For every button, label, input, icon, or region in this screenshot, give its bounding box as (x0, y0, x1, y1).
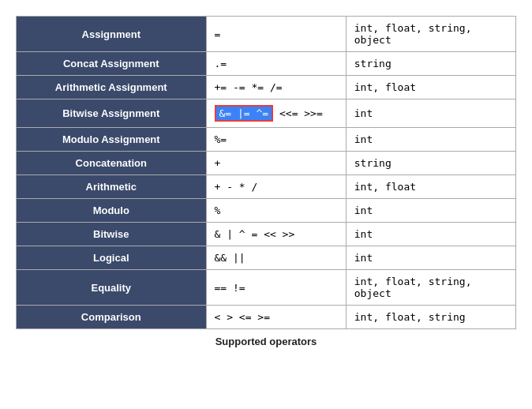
table-row: Modulo Assignment %= int (17, 128, 516, 152)
row-type-arithmetic: int, float (346, 175, 515, 199)
table-row: Comparison < > <= >= int, float, string (17, 306, 516, 329)
row-operator-comparison: < > <= >= (206, 306, 346, 329)
table-row: Equality == != int, float, string, objec… (17, 270, 516, 306)
row-type-equality: int, float, string, object (346, 270, 515, 306)
table-row: Concatenation + string (17, 152, 516, 175)
row-label-concat-assignment: Concat Assignment (17, 52, 207, 76)
row-operator-modulo: % (206, 199, 346, 223)
table-row: Arithmetic + - * / int, float (17, 175, 516, 199)
row-type-assignment: int, float, string, object (346, 17, 515, 52)
highlighted-operators: &= |= ^= (215, 105, 274, 122)
row-operator-concatenation: + (206, 152, 346, 175)
row-label-equality: Equality (17, 270, 207, 306)
row-type-modulo-assignment: int (346, 128, 515, 152)
row-operator-arithmetic: + - * / (206, 175, 346, 199)
row-label-arithmetic-assignment: Arithmetic Assignment (17, 76, 207, 99)
row-label-assignment: Assignment (17, 17, 207, 52)
table-wrapper: Assignment = int, float, string, object … (16, 16, 516, 347)
row-operator-arithmetic-assignment: += -= *= /= (206, 76, 346, 99)
row-type-modulo: int (346, 199, 515, 223)
row-operator-modulo-assignment: %= (206, 128, 346, 152)
row-operator-bitwise-assignment: &= |= ^= <<= >>= (206, 99, 346, 128)
row-label-arithmetic: Arithmetic (17, 175, 207, 199)
row-operator-assignment: = (206, 17, 346, 52)
table-row: Modulo % int (17, 199, 516, 223)
row-label-comparison: Comparison (17, 306, 207, 329)
table-row: Arithmetic Assignment += -= *= /= int, f… (17, 76, 516, 99)
row-label-bitwise: Bitwise (17, 223, 207, 246)
row-type-arithmetic-assignment: int, float (346, 76, 515, 99)
row-type-bitwise-assignment: int (346, 99, 515, 128)
row-type-logical: int (346, 246, 515, 270)
table-caption: Supported operators (16, 336, 516, 347)
row-operator-bitwise: & | ^ = << >> (206, 223, 346, 246)
row-operator-concat-assignment: .= (206, 52, 346, 76)
row-type-bitwise: int (346, 223, 515, 246)
table-row: Bitwise & | ^ = << >> int (17, 223, 516, 246)
row-type-comparison: int, float, string (346, 306, 515, 329)
table-row: Logical && || int (17, 246, 516, 270)
row-label-logical: Logical (17, 246, 207, 270)
row-operator-equality: == != (206, 270, 346, 306)
rest-operators: <<= >>= (279, 107, 323, 119)
row-type-concat-assignment: string (346, 52, 515, 76)
row-operator-logical: && || (206, 246, 346, 270)
row-label-concatenation: Concatenation (17, 152, 207, 175)
table-row: Bitwise Assignment &= |= ^= <<= >>= int (17, 99, 516, 128)
operators-table: Assignment = int, float, string, object … (16, 16, 516, 329)
row-type-concatenation: string (346, 152, 515, 175)
table-row: Concat Assignment .= string (17, 52, 516, 76)
row-label-modulo-assignment: Modulo Assignment (17, 128, 207, 152)
row-label-bitwise-assignment: Bitwise Assignment (17, 99, 207, 128)
table-row: Assignment = int, float, string, object (17, 17, 516, 52)
row-label-modulo: Modulo (17, 199, 207, 223)
